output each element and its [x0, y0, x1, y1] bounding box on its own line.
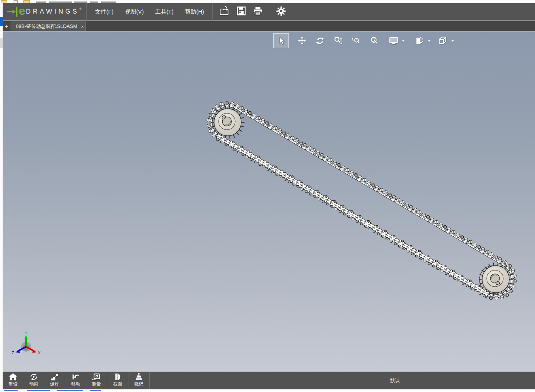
new-tab-button[interactable]: +	[3, 23, 9, 30]
print-button[interactable]	[250, 3, 266, 20]
tab-close-icon[interactable]: ×	[81, 24, 84, 29]
axis-y-label: Y	[25, 332, 28, 335]
options-gear-icon	[276, 6, 286, 18]
background-window-bottom-strip	[0, 389, 535, 392]
markup-pages-dropdown[interactable]	[427, 33, 432, 48]
axis-z-label: Z	[12, 350, 14, 355]
save-icon	[236, 6, 246, 17]
view-orientation-dropdown[interactable]	[450, 33, 455, 48]
display-mode-dropdown[interactable]	[401, 33, 406, 48]
explode-icon	[50, 372, 59, 381]
background-window-top-strip	[0, 0, 535, 3]
reset-button[interactable]: 重设	[3, 372, 23, 389]
home-icon	[8, 372, 18, 381]
axis-x-label: X	[38, 350, 41, 355]
section-button[interactable]: 截面	[107, 372, 128, 389]
zoom-fit-icon	[370, 36, 379, 45]
3d-model-chain-assembly[interactable]	[3, 32, 535, 370]
chevron-down-icon	[428, 40, 431, 42]
save-button[interactable]	[233, 3, 250, 20]
menu-file[interactable]: 文件(F)	[89, 3, 119, 20]
quick-toolbar	[213, 3, 290, 20]
axis-triad: Y X Z	[9, 332, 46, 360]
menu-items: 文件(F) 视图(V) 工具(T) 帮助(H)	[87, 3, 212, 20]
document-icon	[14, 0, 18, 3]
explode-button[interactable]: 爆炸	[44, 372, 65, 389]
background-window-left-strip	[0, 3, 3, 389]
chevron-down-icon	[451, 40, 454, 42]
zoom-tool-button[interactable]	[332, 33, 345, 48]
select-arrow-icon	[277, 37, 285, 45]
options-button[interactable]	[273, 3, 290, 20]
zoom-area-tool-button[interactable]	[350, 33, 363, 48]
zoom-fit-tool-button[interactable]	[368, 33, 381, 48]
view-orientation-button[interactable]	[436, 33, 449, 48]
select-tool-button[interactable]	[273, 33, 289, 48]
animation-button[interactable]: 动画	[23, 372, 44, 389]
zoom-in-out-icon	[334, 36, 343, 45]
zoom-area-icon	[352, 36, 361, 45]
menu-view[interactable]: 视图(V)	[119, 3, 150, 20]
chevron-down-icon	[402, 40, 405, 42]
rotate-icon	[316, 36, 325, 45]
markup-pages-button[interactable]	[413, 33, 426, 48]
stamp-button[interactable]: 戳记	[128, 372, 149, 389]
stamp-icon	[134, 372, 143, 381]
configuration-label: 默认	[382, 377, 408, 384]
folder-icon	[1, 0, 7, 3]
tab-bar: + 08B-链传动总装配.SLDASM ×	[3, 21, 535, 31]
open-button[interactable]	[216, 3, 233, 20]
monitor-icon	[389, 36, 399, 45]
edrawings-window: e DRAWINGS ® 文件(F) 视图(V) 工具(T) 帮助(H)	[3, 3, 535, 389]
display-mode-button[interactable]	[387, 33, 400, 48]
logo-e: e	[19, 5, 25, 17]
bottom-toolbar: 重设 动画 爆炸	[3, 372, 535, 389]
menu-tools[interactable]: 工具(T)	[150, 3, 179, 20]
pan-tool-button[interactable]	[296, 33, 308, 48]
logo-arrow-icon	[6, 6, 19, 17]
cube-icon	[438, 36, 447, 46]
measure-icon	[92, 372, 101, 381]
pan-icon	[298, 36, 307, 45]
open-icon	[219, 6, 230, 17]
viewport[interactable]: Y X Z	[3, 32, 535, 370]
logo-registered: ®	[79, 7, 82, 11]
print-icon	[253, 6, 263, 17]
animation-icon	[29, 372, 39, 381]
measure-button[interactable]: 测量	[86, 372, 107, 389]
section-icon	[113, 372, 122, 381]
folder-icon	[23, 0, 30, 3]
move-icon	[71, 372, 80, 381]
markup-pages-icon	[414, 36, 424, 46]
move-button[interactable]: 移动	[65, 372, 86, 389]
view-toolbar	[273, 32, 455, 49]
menu-help[interactable]: 帮助(H)	[179, 3, 210, 20]
document-tab[interactable]: 08B-链传动总装配.SLDASM ×	[11, 22, 86, 31]
menubar: e DRAWINGS ® 文件(F) 视图(V) 工具(T) 帮助(H)	[3, 3, 535, 21]
edrawings-logo: e DRAWINGS ®	[3, 3, 86, 20]
logo-name: DRAWINGS	[26, 8, 79, 15]
tab-title: 08B-链传动总装配.SLDASM	[16, 23, 77, 30]
rotate-tool-button[interactable]	[314, 33, 327, 48]
